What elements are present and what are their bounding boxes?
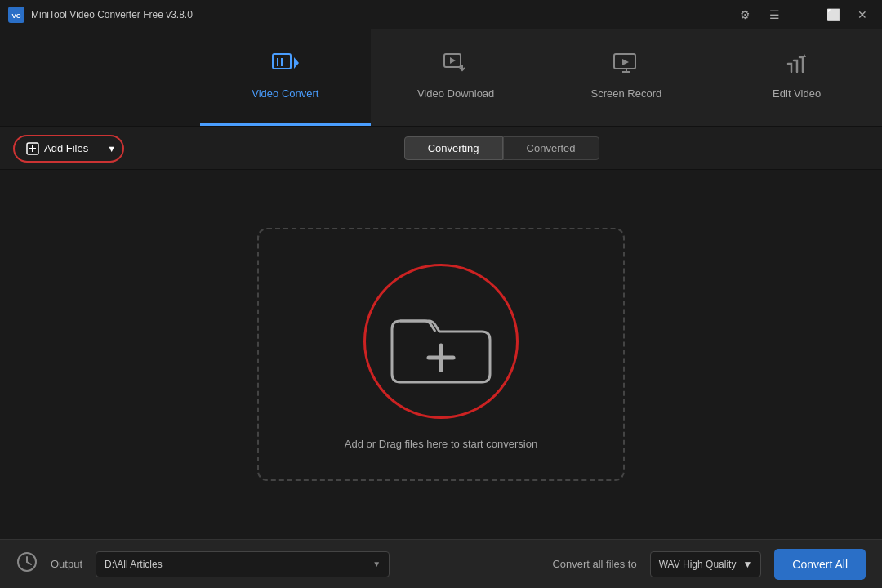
- converted-tab[interactable]: Converted: [503, 136, 599, 160]
- window-controls: ⚙ ☰ — ⬜ ✕: [733, 3, 874, 26]
- tab-video-convert-label: Video Convert: [252, 87, 318, 100]
- format-selector[interactable]: WAV High Quality ▼: [650, 551, 762, 577]
- tab-screen-record[interactable]: Screen Record: [541, 29, 712, 126]
- tab-edit-video-label: Edit Video: [773, 87, 821, 100]
- bottom-bar: Output D:\All Articles ▼ Convert all fil…: [0, 539, 882, 588]
- tab-screen-record-label: Screen Record: [591, 87, 662, 100]
- video-convert-icon: [271, 49, 299, 81]
- add-icon: [26, 142, 39, 155]
- svg-marker-3: [294, 57, 299, 69]
- settings-button[interactable]: ⚙: [733, 3, 756, 26]
- main-content: Add or Drag files here to start conversi…: [0, 170, 882, 539]
- nav-bar: Video Convert Video Download: [0, 29, 882, 127]
- title-text: MiniTool Video Converter Free v3.8.0: [31, 9, 733, 20]
- convert-all-button[interactable]: Convert All: [774, 549, 866, 580]
- toolbar: Add Files ▼ Converting Converted: [0, 127, 882, 170]
- tab-video-convert[interactable]: Video Convert: [200, 29, 371, 126]
- format-value: WAV High Quality: [659, 559, 737, 570]
- converting-tab[interactable]: Converting: [404, 136, 503, 160]
- title-bar: VC MiniTool Video Converter Free v3.8.0 …: [0, 0, 882, 29]
- drop-zone[interactable]: Add or Drag files here to start conversi…: [257, 228, 625, 481]
- close-button[interactable]: ✕: [851, 3, 874, 26]
- menu-button[interactable]: ☰: [763, 3, 786, 26]
- svg-line-19: [27, 562, 31, 564]
- svg-marker-7: [450, 57, 456, 64]
- add-files-button[interactable]: Add Files ▼: [13, 135, 124, 163]
- convert-tabs: Converting Converted: [404, 136, 599, 160]
- app-logo: VC: [8, 7, 24, 23]
- output-label: Output: [51, 558, 82, 570]
- output-path-arrow: ▼: [372, 559, 381, 568]
- format-arrow: ▼: [742, 559, 752, 570]
- sidebar-logo: [0, 29, 200, 126]
- add-files-label: Add Files: [44, 142, 88, 154]
- output-path-value: D:\All Articles: [105, 559, 163, 570]
- screen-record-icon: [612, 49, 640, 81]
- tab-edit-video[interactable]: Edit Video: [711, 29, 882, 126]
- convert-all-files-label: Convert all files to: [552, 558, 636, 570]
- svg-marker-9: [622, 59, 629, 65]
- tab-video-download-label: Video Download: [417, 87, 494, 100]
- add-files-main[interactable]: Add Files: [15, 136, 100, 161]
- maximize-button[interactable]: ⬜: [822, 3, 844, 26]
- add-files-dropdown-arrow[interactable]: ▼: [100, 136, 122, 161]
- clock-icon: [16, 551, 38, 577]
- output-path-selector[interactable]: D:\All Articles ▼: [96, 551, 390, 577]
- folder-icon-wrapper: [359, 260, 523, 423]
- drop-hint: Add or Drag files here to start conversi…: [345, 438, 537, 450]
- nav-tabs: Video Convert Video Download: [200, 29, 882, 126]
- svg-text:VC: VC: [11, 12, 20, 20]
- tab-video-download[interactable]: Video Download: [371, 29, 541, 126]
- red-circle: [363, 264, 519, 419]
- edit-video-icon: [783, 49, 811, 81]
- video-download-icon: [442, 49, 470, 81]
- minimize-button[interactable]: —: [792, 3, 815, 26]
